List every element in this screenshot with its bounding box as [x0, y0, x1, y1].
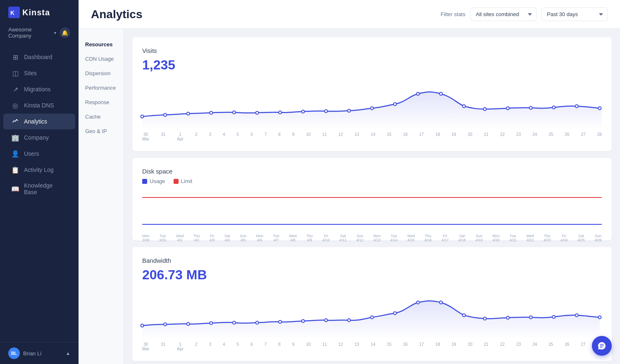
avatar: BL: [8, 347, 20, 359]
svg-point-25: [141, 324, 143, 327]
sidebar-navigation: ⊞ Dashboard ◫ Sites ↗ Migrations ◎ Kinst…: [0, 45, 79, 342]
sidebar-footer[interactable]: BL Brian Li ▲: [0, 342, 79, 364]
svg-point-19: [529, 107, 532, 109]
topbar: Analytics Filter stats All sites combine…: [79, 0, 620, 29]
subnav-item-cache[interactable]: Cache: [79, 109, 124, 124]
user-chevron-icon: ▲: [66, 351, 70, 356]
svg-point-6: [233, 111, 236, 114]
svg-point-33: [324, 319, 327, 322]
svg-point-38: [439, 301, 442, 304]
bandwidth-chart-card: Bandwidth 206.73 MB: [132, 247, 612, 361]
visits-chart-value: 1,235: [142, 57, 602, 73]
svg-point-15: [439, 93, 442, 95]
company-icon: 🏢: [12, 134, 19, 141]
logo-text: Kinsta: [22, 8, 50, 17]
analytics-icon: [12, 118, 19, 125]
legend-usage-dot: [142, 179, 147, 184]
svg-point-45: [598, 316, 601, 319]
user-info: BL Brian Li: [8, 347, 41, 359]
sidebar-item-label: Analytics: [24, 118, 47, 125]
content-area: Resources CDN Usage Dispersion Performan…: [79, 29, 620, 364]
sub-navigation: Resources CDN Usage Dispersion Performan…: [79, 29, 124, 364]
sidebar-item-sites[interactable]: ◫ Sites: [3, 65, 75, 81]
migrations-icon: ↗: [12, 86, 19, 93]
svg-point-36: [393, 312, 396, 315]
svg-point-39: [463, 314, 465, 317]
user-name: Brian Li: [23, 350, 41, 357]
svg-point-8: [279, 111, 281, 114]
filter-label: Filter stats: [441, 11, 465, 17]
svg-point-16: [463, 105, 465, 108]
sites-filter-select[interactable]: All sites combined: [470, 7, 537, 21]
svg-point-10: [324, 110, 327, 113]
knowledge-icon: 📖: [12, 185, 19, 193]
sidebar-item-company[interactable]: 🏢 Company: [3, 130, 75, 145]
svg-point-26: [164, 323, 167, 326]
subnav-item-geo-ip[interactable]: Geo & IP: [79, 124, 124, 138]
sidebar-item-label: Migrations: [24, 86, 51, 93]
disk-space-chart-card: Disk space Usage Limit: [132, 158, 612, 240]
company-chevron-icon: ▾: [54, 31, 56, 35]
dns-icon: ◎: [12, 102, 19, 109]
svg-point-31: [279, 321, 281, 324]
disk-space-legend: Usage Limit: [142, 178, 602, 184]
subnav-item-performance[interactable]: Performance: [79, 81, 124, 95]
dashboard-icon: ⊞: [12, 53, 19, 61]
sidebar-item-analytics[interactable]: Analytics: [3, 114, 75, 129]
sites-icon: ◫: [12, 69, 19, 77]
subnav-item-cdn-usage[interactable]: CDN Usage: [79, 52, 124, 66]
sidebar-item-users[interactable]: 👤 Users: [3, 146, 75, 162]
chat-button[interactable]: [592, 336, 612, 356]
svg-point-11: [348, 109, 351, 112]
disk-space-chart-container: Mon3/30 Tue3/31 Wed4/1 Thu4/2 Fri4/3 Sat…: [142, 189, 602, 231]
company-row[interactable]: Awesome Company ▾ 🔔: [0, 25, 79, 45]
time-filter-select[interactable]: Past 30 days: [541, 7, 608, 21]
svg-point-9: [302, 110, 305, 113]
visits-chart-title: Visits: [142, 47, 602, 54]
notifications-icon[interactable]: 🔔: [60, 27, 70, 38]
svg-point-17: [483, 108, 486, 111]
logo-area: K Kinsta: [0, 0, 79, 25]
sidebar-item-label: Company: [24, 134, 49, 141]
bandwidth-chart-container: 30Mar 31 1Apr 2 3 4 5 6 7 8 9 10 11 12: [142, 289, 602, 351]
subnav-item-response[interactable]: Response: [79, 95, 124, 109]
sidebar-item-knowledge-base[interactable]: 📖 Knowledge Base: [3, 178, 75, 200]
charts-area: Visits 1,235: [124, 29, 620, 364]
subnav-item-resources[interactable]: Resources: [79, 37, 124, 52]
sidebar-item-activity-log[interactable]: 📋 Activity Log: [3, 162, 75, 178]
users-icon: 👤: [12, 150, 19, 157]
sidebar-item-kinsta-dns[interactable]: ◎ Kinsta DNS: [3, 98, 75, 113]
svg-point-14: [417, 93, 420, 95]
svg-text:K: K: [10, 10, 14, 16]
sidebar-item-label: Activity Log: [24, 167, 54, 173]
svg-point-22: [598, 107, 601, 110]
sidebar-item-migrations[interactable]: ↗ Migrations: [3, 81, 75, 97]
page-title: Analytics: [91, 8, 143, 21]
kinsta-logo: K Kinsta: [8, 7, 50, 18]
sidebar: K Kinsta Awesome Company ▾ 🔔 ⊞ Dashboard…: [0, 0, 79, 364]
topbar-filters: Filter stats All sites combined Past 30 …: [441, 7, 608, 21]
main-content: Analytics Filter stats All sites combine…: [79, 0, 620, 364]
svg-point-2: [141, 115, 143, 118]
sidebar-item-label: Knowledge Base: [24, 182, 67, 195]
visits-chart-svg: [142, 79, 602, 129]
legend-usage: Usage: [142, 178, 165, 184]
svg-point-34: [348, 319, 351, 322]
svg-point-5: [210, 112, 212, 114]
disk-space-chart-svg: [142, 189, 602, 231]
svg-point-3: [164, 114, 167, 117]
svg-point-7: [255, 112, 258, 114]
svg-point-32: [302, 320, 305, 323]
svg-point-30: [255, 321, 258, 324]
svg-point-13: [393, 103, 396, 106]
subnav-item-dispersion[interactable]: Dispersion: [79, 66, 124, 81]
bandwidth-chart-title: Bandwidth: [142, 257, 602, 264]
svg-point-18: [506, 107, 509, 110]
company-name: Awesome Company: [8, 26, 54, 39]
sidebar-item-dashboard[interactable]: ⊞ Dashboard: [3, 49, 75, 65]
svg-point-29: [233, 321, 236, 324]
svg-point-40: [483, 317, 486, 320]
sidebar-item-label: Users: [24, 150, 39, 157]
visits-chart-card: Visits 1,235: [132, 37, 612, 151]
svg-point-21: [575, 105, 578, 108]
